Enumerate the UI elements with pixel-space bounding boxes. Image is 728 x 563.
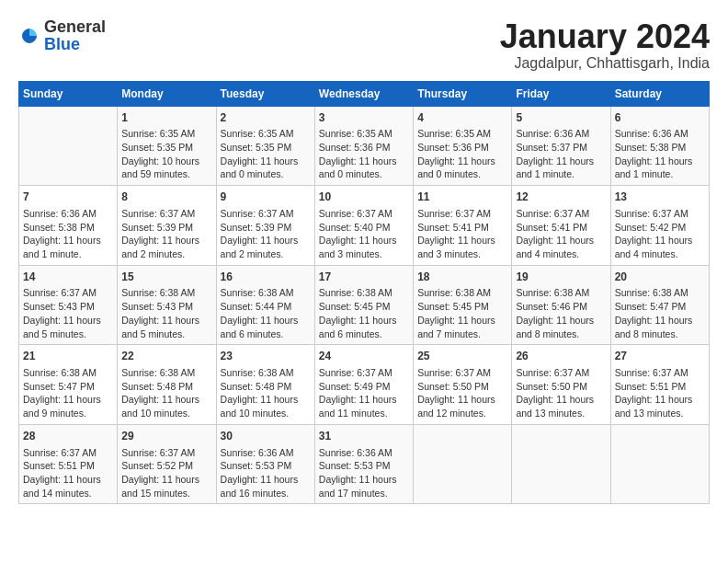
day-content: Sunrise: 6:38 AMSunset: 5:45 PMDaylight:… xyxy=(417,286,507,340)
day-number: 25 xyxy=(417,349,507,364)
calendar-cell: 17Sunrise: 6:38 AMSunset: 5:45 PMDayligh… xyxy=(314,265,413,345)
calendar-cell: 5Sunrise: 6:36 AMSunset: 5:37 PMDaylight… xyxy=(512,106,610,186)
col-header-monday: Monday xyxy=(118,81,216,106)
day-number: 20 xyxy=(615,270,705,285)
day-number: 22 xyxy=(121,349,211,364)
calendar-cell: 10Sunrise: 6:37 AMSunset: 5:40 PMDayligh… xyxy=(314,186,413,266)
calendar-cell: 22Sunrise: 6:38 AMSunset: 5:48 PMDayligh… xyxy=(118,345,216,425)
logo-blue: Blue xyxy=(44,35,80,53)
day-content: Sunrise: 6:37 AMSunset: 5:49 PMDaylight:… xyxy=(319,366,409,420)
day-number: 11 xyxy=(417,190,507,205)
day-number: 28 xyxy=(23,429,113,444)
week-row-2: 7Sunrise: 6:36 AMSunset: 5:38 PMDaylight… xyxy=(19,186,710,266)
day-content: Sunrise: 6:37 AMSunset: 5:50 PMDaylight:… xyxy=(417,366,507,420)
day-number: 15 xyxy=(121,270,211,285)
calendar-cell: 4Sunrise: 6:35 AMSunset: 5:36 PMDaylight… xyxy=(414,106,512,186)
day-content: Sunrise: 6:37 AMSunset: 5:40 PMDaylight:… xyxy=(319,207,409,261)
day-content: Sunrise: 6:38 AMSunset: 5:48 PMDaylight:… xyxy=(221,366,311,420)
header: General Blue January 2024 Jagdalpur, Chh… xyxy=(18,18,710,72)
day-number: 21 xyxy=(23,349,113,364)
calendar-cell xyxy=(414,424,512,504)
day-number: 26 xyxy=(516,349,606,364)
day-content: Sunrise: 6:37 AMSunset: 5:41 PMDaylight:… xyxy=(516,207,606,261)
day-content: Sunrise: 6:37 AMSunset: 5:42 PMDaylight:… xyxy=(615,207,705,261)
day-number: 29 xyxy=(121,429,211,444)
header-row: SundayMondayTuesdayWednesdayThursdayFrid… xyxy=(19,81,710,106)
calendar-cell: 26Sunrise: 6:37 AMSunset: 5:50 PMDayligh… xyxy=(512,345,610,425)
day-number: 4 xyxy=(417,110,507,126)
day-number: 27 xyxy=(615,349,705,364)
col-header-saturday: Saturday xyxy=(610,81,709,106)
day-content: Sunrise: 6:37 AMSunset: 5:52 PMDaylight:… xyxy=(121,446,211,500)
week-row-5: 28Sunrise: 6:37 AMSunset: 5:51 PMDayligh… xyxy=(19,424,710,504)
day-content: Sunrise: 6:37 AMSunset: 5:50 PMDaylight:… xyxy=(516,366,606,420)
day-number: 1 xyxy=(121,110,211,126)
week-row-4: 21Sunrise: 6:38 AMSunset: 5:47 PMDayligh… xyxy=(19,345,710,425)
day-number: 31 xyxy=(319,429,409,444)
day-number: 14 xyxy=(23,270,113,285)
calendar-cell: 16Sunrise: 6:38 AMSunset: 5:44 PMDayligh… xyxy=(216,265,314,345)
calendar-cell: 6Sunrise: 6:36 AMSunset: 5:38 PMDaylight… xyxy=(610,106,709,186)
day-number: 19 xyxy=(516,270,606,285)
day-number: 18 xyxy=(417,270,507,285)
week-row-3: 14Sunrise: 6:37 AMSunset: 5:43 PMDayligh… xyxy=(19,265,710,345)
calendar-cell: 24Sunrise: 6:37 AMSunset: 5:49 PMDayligh… xyxy=(314,345,413,425)
calendar-cell: 15Sunrise: 6:38 AMSunset: 5:43 PMDayligh… xyxy=(118,265,216,345)
day-number: 16 xyxy=(221,270,311,285)
calendar-cell: 28Sunrise: 6:37 AMSunset: 5:51 PMDayligh… xyxy=(19,424,118,504)
day-number: 13 xyxy=(615,190,705,205)
logo-icon xyxy=(18,25,40,47)
calendar-cell: 14Sunrise: 6:37 AMSunset: 5:43 PMDayligh… xyxy=(19,265,118,345)
calendar-cell: 9Sunrise: 6:37 AMSunset: 5:39 PMDaylight… xyxy=(216,186,314,266)
calendar-cell: 3Sunrise: 6:35 AMSunset: 5:36 PMDaylight… xyxy=(314,106,413,186)
calendar-cell: 13Sunrise: 6:37 AMSunset: 5:42 PMDayligh… xyxy=(610,186,709,266)
day-content: Sunrise: 6:36 AMSunset: 5:38 PMDaylight:… xyxy=(23,207,113,261)
calendar-cell: 12Sunrise: 6:37 AMSunset: 5:41 PMDayligh… xyxy=(512,186,610,266)
col-header-tuesday: Tuesday xyxy=(216,81,314,106)
day-content: Sunrise: 6:35 AMSunset: 5:36 PMDaylight:… xyxy=(417,127,507,181)
day-content: Sunrise: 6:37 AMSunset: 5:41 PMDaylight:… xyxy=(417,207,507,261)
calendar-subtitle: Jagdalpur, Chhattisgarh, India xyxy=(500,55,710,72)
col-header-friday: Friday xyxy=(512,81,610,106)
day-content: Sunrise: 6:38 AMSunset: 5:48 PMDaylight:… xyxy=(121,366,211,420)
calendar-cell: 27Sunrise: 6:37 AMSunset: 5:51 PMDayligh… xyxy=(610,345,709,425)
day-number: 8 xyxy=(121,190,211,205)
day-number: 7 xyxy=(23,190,113,205)
calendar-cell: 1Sunrise: 6:35 AMSunset: 5:35 PMDaylight… xyxy=(118,106,216,186)
day-content: Sunrise: 6:36 AMSunset: 5:37 PMDaylight:… xyxy=(516,127,606,181)
calendar-cell: 21Sunrise: 6:38 AMSunset: 5:47 PMDayligh… xyxy=(19,345,118,425)
day-content: Sunrise: 6:37 AMSunset: 5:51 PMDaylight:… xyxy=(615,366,705,420)
day-content: Sunrise: 6:37 AMSunset: 5:51 PMDaylight:… xyxy=(23,446,113,500)
col-header-wednesday: Wednesday xyxy=(314,81,413,106)
calendar-cell: 31Sunrise: 6:36 AMSunset: 5:53 PMDayligh… xyxy=(314,424,413,504)
calendar-cell: 7Sunrise: 6:36 AMSunset: 5:38 PMDaylight… xyxy=(19,186,118,266)
day-content: Sunrise: 6:35 AMSunset: 5:35 PMDaylight:… xyxy=(221,127,311,181)
calendar-cell: 8Sunrise: 6:37 AMSunset: 5:39 PMDaylight… xyxy=(118,186,216,266)
calendar-cell: 2Sunrise: 6:35 AMSunset: 5:35 PMDaylight… xyxy=(216,106,314,186)
day-number: 6 xyxy=(615,110,705,126)
day-content: Sunrise: 6:37 AMSunset: 5:39 PMDaylight:… xyxy=(221,207,311,261)
day-content: Sunrise: 6:38 AMSunset: 5:47 PMDaylight:… xyxy=(23,366,113,420)
day-content: Sunrise: 6:38 AMSunset: 5:47 PMDaylight:… xyxy=(615,286,705,340)
calendar-cell: 19Sunrise: 6:38 AMSunset: 5:46 PMDayligh… xyxy=(512,265,610,345)
day-number: 30 xyxy=(221,429,311,444)
calendar-cell xyxy=(19,106,118,186)
calendar-cell xyxy=(512,424,610,504)
calendar-table: SundayMondayTuesdayWednesdayThursdayFrid… xyxy=(18,81,710,505)
calendar-cell xyxy=(610,424,709,504)
calendar-cell: 29Sunrise: 6:37 AMSunset: 5:52 PMDayligh… xyxy=(118,424,216,504)
calendar-cell: 30Sunrise: 6:36 AMSunset: 5:53 PMDayligh… xyxy=(216,424,314,504)
calendar-cell: 18Sunrise: 6:38 AMSunset: 5:45 PMDayligh… xyxy=(414,265,512,345)
calendar-cell: 23Sunrise: 6:38 AMSunset: 5:48 PMDayligh… xyxy=(216,345,314,425)
day-number: 5 xyxy=(516,110,606,126)
day-content: Sunrise: 6:36 AMSunset: 5:53 PMDaylight:… xyxy=(319,446,409,500)
day-number: 3 xyxy=(319,110,409,126)
logo: General Blue xyxy=(18,18,106,53)
calendar-title: January 2024 xyxy=(500,18,710,55)
day-number: 17 xyxy=(319,270,409,285)
day-number: 24 xyxy=(319,349,409,364)
day-number: 10 xyxy=(319,190,409,205)
day-number: 23 xyxy=(221,349,311,364)
day-content: Sunrise: 6:36 AMSunset: 5:38 PMDaylight:… xyxy=(615,127,705,181)
day-number: 9 xyxy=(221,190,311,205)
